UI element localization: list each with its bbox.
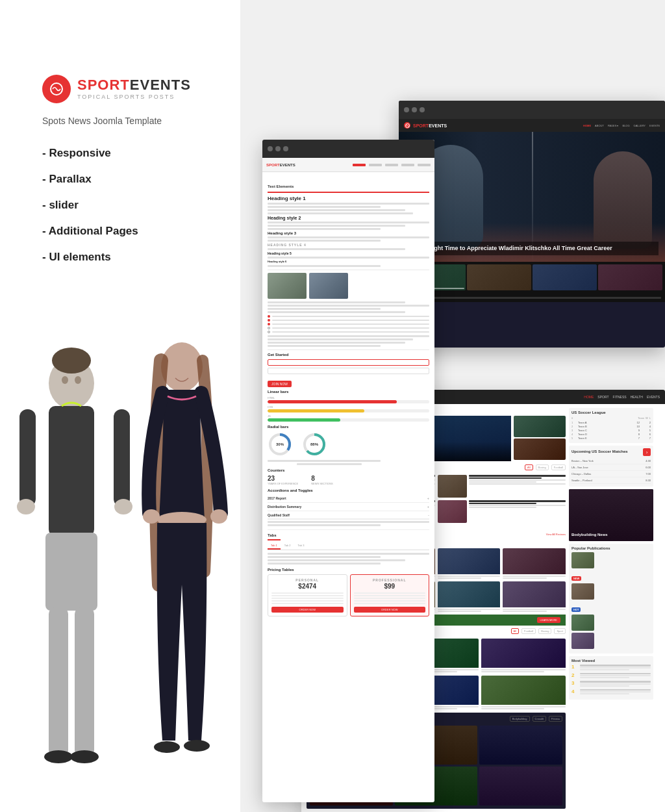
svg-point-20 [210,509,227,524]
gym-card [479,767,562,806]
linear-bars-label: Linear bars [268,390,429,394]
form-field-2[interactable] [268,368,429,374]
popular-item [571,633,651,649]
counter-2-label: NEWS SECTIONS [311,482,333,485]
svg-point-6 [44,750,73,763]
brand-name-part2: EVENTS [130,77,191,93]
popular-item [571,615,651,631]
most-viewed-item: 1 [571,665,651,671]
pricing-card-1: PERSONAL $2474 ORDER NOW [268,574,347,616]
accordion-toggle-icon[interactable]: + [427,496,429,500]
pricing-btn-1[interactable]: ORDER NOW [271,607,344,613]
news-card-img [503,548,566,574]
male-athlete-silhouette [10,338,140,812]
most-viewed-item: 2 [571,673,651,679]
screenshot-front: SPORTEVENTS Text Elements Heading style … [262,140,434,802]
feature-item: - Parallax [42,172,138,186]
recent-card [438,500,566,523]
section-label: Text Elements [268,184,294,188]
svg-point-12 [52,348,91,374]
filter-gym-2[interactable]: Crossfit [533,716,547,722]
thumb1 [268,273,307,299]
progress-label: HTML [268,396,429,400]
badge-red: NEW [571,576,581,581]
feature-list: - Responsive - Parallax - slider - Addit… [42,146,138,276]
news-card-img [503,581,566,607]
feature-item: - Responsive [42,146,138,160]
news-card-img [438,548,501,574]
progress-label: JS [268,414,429,418]
radial-1-pct: 30% [268,432,292,457]
upcoming-title: Upcoming US Soccer Matches [571,450,628,453]
news-card [503,548,566,579]
filter-football-rec[interactable]: Football [521,628,536,634]
filter-gym-1[interactable]: Bodybuilding [510,716,530,722]
recent-card [438,475,566,498]
accordion-toggle-icon[interactable]: + [427,505,429,509]
tab-1[interactable]: Tab 1 [268,542,281,550]
svg-rect-4 [49,607,68,757]
svg-rect-5 [75,607,94,757]
view-all-recent[interactable]: View All Reviews [546,533,566,536]
heading5: Heading style 5 [268,251,429,255]
form-field-1[interactable] [268,359,429,366]
radial-2-pct: 88% [302,432,327,457]
radial-bars-label: Radial bars [268,425,429,429]
most-viewed-item: 4 [571,689,651,696]
price-1: $2474 [271,582,344,591]
rating-title: US Soccer League [571,411,651,414]
pricing-card-2: PROFESSIONAL $99 ORDER NOW [350,574,430,616]
filter-gym-3[interactable]: Fitness [549,716,562,722]
most-viewed-widget: Most Viewed 1 2 [569,656,653,700]
popular-item [571,552,651,568]
filter-sport-rec[interactable]: Sport [554,628,566,634]
learn-more-btn[interactable]: LEARN MORE [537,617,560,623]
brand-icon [42,75,71,103]
bodybuilding-title: Bodybuilding News [571,533,608,537]
news-card [503,581,566,613]
filter-all[interactable]: All [525,464,533,470]
logo-area: SPORTEVENTS TOPICAL SPORTS POSTS [42,75,191,103]
tab-3[interactable]: Tab 3 [295,542,308,550]
counters-label: Counters [268,468,429,472]
screenshot-area: SPORTEVENTS HOME ABOUT PAGES ▾ BLOG GALL… [223,0,665,812]
feature-item: - UI elements [42,250,138,264]
popular-item [571,583,651,600]
filter-all-rec[interactable]: All [511,628,519,634]
left-panel: SPORTEVENTS TOPICAL SPORTS POSTS Spots N… [0,0,240,812]
svg-point-19 [143,509,160,524]
accordion-3[interactable]: Qualified Staff [268,513,290,517]
join-now-btn[interactable]: JOIN NOW [268,381,292,387]
popular-img [571,552,594,568]
popular-img [571,633,594,649]
svg-point-17 [154,741,180,753]
filter-boxing[interactable]: Boxing [536,464,549,470]
svg-rect-3 [45,533,97,611]
filter-boxing-rec[interactable]: Boxing [538,628,551,634]
rec-img [481,676,566,705]
pricing-label: Pricing Tables [268,568,429,572]
tab-2[interactable]: Tab 2 [281,542,294,550]
svg-point-18 [184,740,210,752]
brand-name-part1: SPORT [77,77,130,93]
counter-1-label: YEARS OF EXPERIENCE [268,482,298,485]
accordion-toggle-icon[interactable]: - [428,513,429,517]
get-started: Get Started [268,353,429,357]
svg-rect-2 [49,406,94,536]
accordion-1[interactable]: 2017 Report [268,496,286,500]
nav-arrow-right[interactable]: › [643,448,651,456]
female-athlete-silhouette [127,325,237,812]
hero-heading: It's the Right Time to Appreciate Wladim… [408,244,656,253]
match-item: Seattle – Portland8:30 [571,477,651,484]
top-news-side-2 [514,438,566,460]
bodybuilding-card: Bodybuilding News [569,489,653,541]
sidebar-rating-widget: US Soccer League # Team W L 1Team A122 2… [569,408,653,443]
news-card [438,581,501,613]
popular-img [571,615,594,631]
sc-nav-logo: SPORTEVENTS [266,163,295,167]
filter-football[interactable]: Football [551,464,566,470]
feature-item: - slider [42,198,138,212]
accordion-2[interactable]: Distribution Summary [268,505,301,509]
pricing-btn-2[interactable]: ORDER NOW [354,607,426,613]
thumb2 [309,273,348,299]
